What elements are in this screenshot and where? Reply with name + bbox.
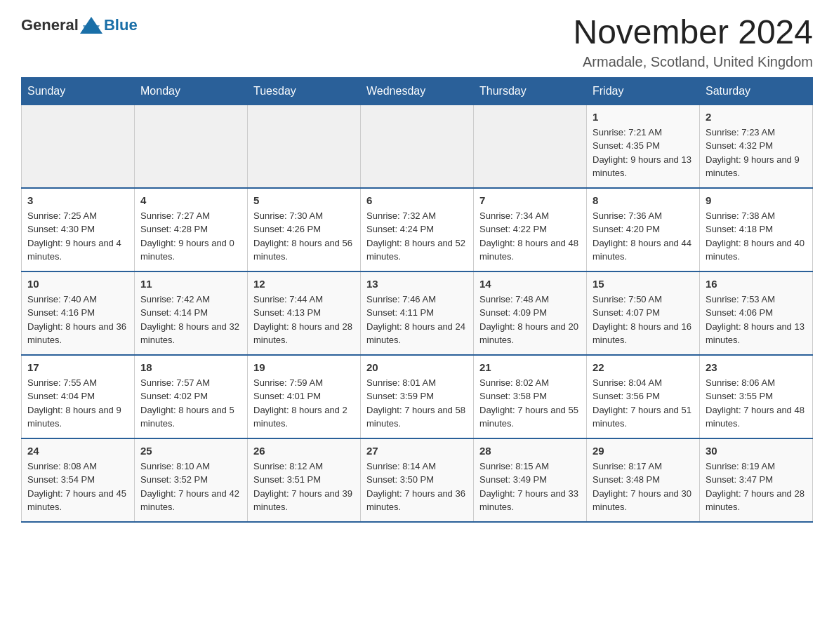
day-number: 2 (706, 111, 807, 123)
header-wednesday: Wednesday (361, 77, 474, 105)
day-number: 11 (140, 278, 241, 290)
day-number: 18 (140, 361, 241, 373)
calendar-header: SundayMondayTuesdayWednesdayThursdayFrid… (22, 77, 813, 105)
day-number: 14 (479, 278, 581, 290)
logo-blue-text: Blue (104, 16, 138, 34)
day-number: 7 (479, 194, 581, 206)
day-info: Sunrise: 7:30 AMSunset: 4:26 PMDaylight:… (253, 209, 355, 264)
header-tuesday: Tuesday (248, 77, 361, 105)
week-row-4: 17Sunrise: 7:55 AMSunset: 4:04 PMDayligh… (22, 355, 813, 438)
calendar-cell: 15Sunrise: 7:50 AMSunset: 4:07 PMDayligh… (587, 271, 700, 355)
day-number: 4 (140, 194, 241, 206)
day-info: Sunrise: 8:08 AMSunset: 3:54 PMDaylight:… (27, 459, 128, 514)
day-number: 3 (27, 194, 128, 206)
header-monday: Monday (135, 77, 248, 105)
logo-general-text: General (21, 16, 79, 34)
day-info: Sunrise: 8:19 AMSunset: 3:47 PMDaylight:… (706, 459, 807, 514)
calendar-cell: 21Sunrise: 8:02 AMSunset: 3:58 PMDayligh… (474, 355, 587, 438)
calendar-cell: 18Sunrise: 7:57 AMSunset: 4:02 PMDayligh… (135, 355, 248, 438)
day-number: 17 (27, 361, 128, 373)
day-info: Sunrise: 8:10 AMSunset: 3:52 PMDaylight:… (140, 459, 241, 514)
calendar-cell: 4Sunrise: 7:27 AMSunset: 4:28 PMDaylight… (135, 188, 248, 271)
day-info: Sunrise: 8:17 AMSunset: 3:48 PMDaylight:… (593, 459, 694, 514)
day-info: Sunrise: 7:40 AMSunset: 4:16 PMDaylight:… (27, 293, 128, 347)
calendar-cell (361, 105, 474, 188)
calendar-cell: 16Sunrise: 7:53 AMSunset: 4:06 PMDayligh… (700, 271, 813, 355)
day-info: Sunrise: 7:44 AMSunset: 4:13 PMDaylight:… (253, 293, 355, 347)
calendar-cell: 20Sunrise: 8:01 AMSunset: 3:59 PMDayligh… (361, 355, 474, 438)
day-info: Sunrise: 8:14 AMSunset: 3:50 PMDaylight:… (366, 459, 468, 514)
calendar-cell: 27Sunrise: 8:14 AMSunset: 3:50 PMDayligh… (361, 438, 474, 522)
calendar-cell: 25Sunrise: 8:10 AMSunset: 3:52 PMDayligh… (135, 438, 248, 522)
week-row-2: 3Sunrise: 7:25 AMSunset: 4:30 PMDaylight… (22, 188, 813, 271)
day-number: 6 (366, 194, 468, 206)
calendar-cell: 6Sunrise: 7:32 AMSunset: 4:24 PMDaylight… (361, 188, 474, 271)
calendar-cell: 28Sunrise: 8:15 AMSunset: 3:49 PMDayligh… (474, 438, 587, 522)
day-number: 16 (706, 278, 807, 290)
day-info: Sunrise: 7:38 AMSunset: 4:18 PMDaylight:… (706, 209, 807, 264)
day-number: 5 (253, 194, 355, 206)
day-info: Sunrise: 8:01 AMSunset: 3:59 PMDaylight:… (366, 376, 468, 431)
logo-icon (80, 14, 102, 36)
day-info: Sunrise: 8:04 AMSunset: 3:56 PMDaylight:… (593, 376, 694, 431)
day-number: 26 (253, 445, 355, 457)
day-number: 13 (366, 278, 468, 290)
calendar-cell: 11Sunrise: 7:42 AMSunset: 4:14 PMDayligh… (135, 271, 248, 355)
calendar-cell: 29Sunrise: 8:17 AMSunset: 3:48 PMDayligh… (587, 438, 700, 522)
calendar-cell (135, 105, 248, 188)
week-row-5: 24Sunrise: 8:08 AMSunset: 3:54 PMDayligh… (22, 438, 813, 522)
day-number: 1 (593, 111, 694, 123)
day-number: 22 (593, 361, 694, 373)
day-info: Sunrise: 7:21 AMSunset: 4:35 PMDaylight:… (593, 126, 694, 180)
week-row-1: 1Sunrise: 7:21 AMSunset: 4:35 PMDaylight… (22, 105, 813, 188)
days-of-week-row: SundayMondayTuesdayWednesdayThursdayFrid… (22, 77, 813, 105)
day-number: 27 (366, 445, 468, 457)
day-number: 28 (479, 445, 581, 457)
title-block: November 2024 Armadale, Scotland, United… (573, 14, 813, 70)
day-info: Sunrise: 7:53 AMSunset: 4:06 PMDaylight:… (706, 293, 807, 347)
day-info: Sunrise: 7:32 AMSunset: 4:24 PMDaylight:… (366, 209, 468, 264)
calendar-cell: 12Sunrise: 7:44 AMSunset: 4:13 PMDayligh… (248, 271, 361, 355)
calendar-table: SundayMondayTuesdayWednesdayThursdayFrid… (21, 77, 813, 523)
day-info: Sunrise: 8:15 AMSunset: 3:49 PMDaylight:… (479, 459, 581, 514)
header-friday: Friday (587, 77, 700, 105)
day-info: Sunrise: 8:06 AMSunset: 3:55 PMDaylight:… (706, 376, 807, 431)
day-info: Sunrise: 7:46 AMSunset: 4:11 PMDaylight:… (366, 293, 468, 347)
calendar-cell: 30Sunrise: 8:19 AMSunset: 3:47 PMDayligh… (700, 438, 813, 522)
calendar-cell: 13Sunrise: 7:46 AMSunset: 4:11 PMDayligh… (361, 271, 474, 355)
calendar-cell (474, 105, 587, 188)
day-number: 29 (593, 445, 694, 457)
day-info: Sunrise: 8:02 AMSunset: 3:58 PMDaylight:… (479, 376, 581, 431)
calendar-cell (248, 105, 361, 188)
calendar-cell: 1Sunrise: 7:21 AMSunset: 4:35 PMDaylight… (587, 105, 700, 188)
week-row-3: 10Sunrise: 7:40 AMSunset: 4:16 PMDayligh… (22, 271, 813, 355)
day-number: 23 (706, 361, 807, 373)
calendar-cell: 8Sunrise: 7:36 AMSunset: 4:20 PMDaylight… (587, 188, 700, 271)
day-number: 24 (27, 445, 128, 457)
day-number: 30 (706, 445, 807, 457)
day-number: 21 (479, 361, 581, 373)
day-number: 12 (253, 278, 355, 290)
day-number: 10 (27, 278, 128, 290)
calendar-cell: 22Sunrise: 8:04 AMSunset: 3:56 PMDayligh… (587, 355, 700, 438)
day-number: 9 (706, 194, 807, 206)
day-info: Sunrise: 7:25 AMSunset: 4:30 PMDaylight:… (27, 209, 128, 264)
day-info: Sunrise: 7:59 AMSunset: 4:01 PMDaylight:… (253, 376, 355, 431)
calendar-cell: 10Sunrise: 7:40 AMSunset: 4:16 PMDayligh… (22, 271, 135, 355)
day-number: 25 (140, 445, 241, 457)
month-title: November 2024 (573, 14, 813, 51)
calendar-cell: 17Sunrise: 7:55 AMSunset: 4:04 PMDayligh… (22, 355, 135, 438)
calendar-cell: 26Sunrise: 8:12 AMSunset: 3:51 PMDayligh… (248, 438, 361, 522)
day-info: Sunrise: 7:48 AMSunset: 4:09 PMDaylight:… (479, 293, 581, 347)
day-info: Sunrise: 7:55 AMSunset: 4:04 PMDaylight:… (27, 376, 128, 431)
header-sunday: Sunday (22, 77, 135, 105)
header-saturday: Saturday (700, 77, 813, 105)
day-number: 19 (253, 361, 355, 373)
day-info: Sunrise: 7:36 AMSunset: 4:20 PMDaylight:… (593, 209, 694, 264)
calendar-cell: 23Sunrise: 8:06 AMSunset: 3:55 PMDayligh… (700, 355, 813, 438)
calendar-cell: 14Sunrise: 7:48 AMSunset: 4:09 PMDayligh… (474, 271, 587, 355)
day-info: Sunrise: 8:12 AMSunset: 3:51 PMDaylight:… (253, 459, 355, 514)
calendar-cell: 5Sunrise: 7:30 AMSunset: 4:26 PMDaylight… (248, 188, 361, 271)
calendar-cell: 19Sunrise: 7:59 AMSunset: 4:01 PMDayligh… (248, 355, 361, 438)
page-header: General Blue November 2024 Armadale, Sco… (21, 14, 813, 70)
